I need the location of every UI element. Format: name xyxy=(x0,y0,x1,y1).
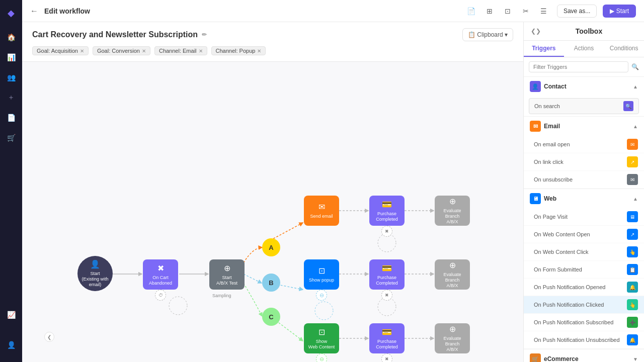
trigger-push-opened-label: On Push Notification Opened xyxy=(534,284,605,290)
sidebar-item-home[interactable]: 🏠 xyxy=(3,29,19,45)
category-ecommerce-title: 🛒 eCommerce xyxy=(530,353,579,362)
tag-close-popup[interactable]: ✕ xyxy=(257,48,261,54)
trigger-form-submitted-icon: 📋 xyxy=(627,264,638,275)
grid-icon[interactable]: ⊞ xyxy=(482,4,497,18)
workflow-canvas[interactable]: 👤 Start(Existing withemail) ✖ On CartAba… xyxy=(22,62,523,362)
sidebar-item-add[interactable]: ＋ xyxy=(3,89,19,106)
page-title-text: Cart Recovery and Newsletter Subscriptio… xyxy=(32,30,198,39)
node-abtest-icon: ⊕ xyxy=(224,263,230,273)
tab-conditions[interactable]: Conditions xyxy=(604,41,644,57)
sidebar-item-analytics[interactable]: 📈 xyxy=(3,307,19,323)
tag-label: Goal: Acquisition xyxy=(37,48,78,54)
tab-triggers[interactable]: Triggers xyxy=(524,41,564,57)
circle-b[interactable]: B xyxy=(262,274,280,292)
trigger-link-click-label: On link click xyxy=(534,159,564,165)
category-contact[interactable]: 👤 Contact ▲ xyxy=(524,77,644,96)
node-start[interactable]: 👤 Start(Existing withemail) xyxy=(77,256,113,291)
trigger-webcontent-click[interactable]: On Web Content Click 👆 xyxy=(524,243,644,261)
node-purchase1-label: PurchaseCompleted xyxy=(376,211,398,222)
back-button[interactable]: ← xyxy=(30,7,38,16)
trigger-link-click[interactable]: On link click ↗ xyxy=(524,153,644,171)
trigger-unsubscribe[interactable]: On unsubscribe ✉ xyxy=(524,171,644,189)
tag-goal-acquisition: Goal: Acquisition ✕ xyxy=(32,46,89,55)
content-area: Cart Recovery and Newsletter Subscriptio… xyxy=(22,22,644,362)
sidebar-item-documents[interactable]: 📄 xyxy=(3,110,19,126)
trigger-webcontent-open-icon: ↗ xyxy=(627,229,638,240)
node-purchase-1[interactable]: 💳 PurchaseCompleted ✖ xyxy=(369,196,405,226)
toolbox-title: Toolbox xyxy=(576,27,602,35)
on-search-button[interactable]: 🔍 xyxy=(623,101,633,111)
filter-search-icon: 🔍 xyxy=(631,63,639,70)
category-web[interactable]: 🖥 Web ▲ xyxy=(524,189,644,208)
trigger-push-opened[interactable]: On Push Notification Opened 🔔 xyxy=(524,279,644,296)
node-webcontent-label: ShowWeb Content xyxy=(308,339,335,350)
sidebar-item-profile[interactable]: 👤 xyxy=(3,337,19,353)
toolbox: ❮❯ Toolbox Triggers Actions Conditions 🔍… xyxy=(523,22,644,362)
trigger-push-clicked[interactable]: On Push Notification Clicked 👆 xyxy=(524,296,644,314)
node-show-popup[interactable]: ⊡ Show popup ⊖ xyxy=(304,259,339,290)
tag-label: Goal: Conversion xyxy=(97,48,140,54)
trigger-page-visit-icon: 🖥 xyxy=(627,211,638,222)
save-as-button[interactable]: Save as... xyxy=(557,5,597,18)
node-purchase-2[interactable]: 💳 PurchaseCompleted ✖ xyxy=(369,259,405,290)
node-p2-indicator: ✖ xyxy=(381,290,392,301)
tab-actions[interactable]: Actions xyxy=(564,41,604,57)
node-branch-1[interactable]: ⊕ Evaluate BranchA/B/X xyxy=(435,196,470,226)
web-category-label: Web xyxy=(544,195,556,202)
contact-category-icon: 👤 xyxy=(530,81,541,92)
category-email[interactable]: ✉ Email ▲ xyxy=(524,117,644,136)
trigger-page-visit-label: On Page Visit xyxy=(534,214,568,220)
node-purchase-3[interactable]: 💳 PurchaseCompleted ✖ xyxy=(369,323,405,353)
clipboard-button[interactable]: 📋 Clipboard ▾ xyxy=(462,28,513,41)
tag-close-email[interactable]: ✕ xyxy=(199,48,203,54)
node-branch-2[interactable]: ⊕ Evaluate BranchA/B/X xyxy=(435,259,470,290)
trigger-push-opened-icon: 🔔 xyxy=(627,282,638,293)
trigger-webcontent-open[interactable]: On Web Content Open ↗ xyxy=(524,226,644,243)
node-popup-indicator: ⊖ xyxy=(316,290,327,301)
circle-c[interactable]: C xyxy=(262,308,280,326)
trigger-push-unsubscribed[interactable]: On Push Notification Unsubscribed 🔔 xyxy=(524,331,644,349)
filter-triggers-input[interactable] xyxy=(529,61,628,72)
trigger-push-clicked-label: On Push Notification Clicked xyxy=(534,302,604,308)
sidebar-item-users[interactable]: 👥 xyxy=(3,69,19,85)
trigger-email-open[interactable]: On email open ✉ xyxy=(524,136,644,153)
node-cart-abandoned[interactable]: ✖ On CartAbandoned ⏱ xyxy=(143,259,178,290)
tag-close-acquisition[interactable]: ✕ xyxy=(80,48,84,54)
ecommerce-category-icon: 🛒 xyxy=(530,353,541,362)
sidebar-item-dashboard[interactable]: 📊 xyxy=(3,49,19,65)
node-show-webcontent[interactable]: ⊡ ShowWeb Content ⊖ xyxy=(304,323,339,353)
edit-title-icon[interactable]: ✏ xyxy=(202,31,207,38)
tag-close-conversion[interactable]: ✕ xyxy=(142,48,146,54)
node-start-icon: 👤 xyxy=(90,259,100,269)
trigger-email-open-label: On email open xyxy=(534,141,570,147)
category-ecommerce[interactable]: 🛒 eCommerce ▼ xyxy=(524,349,644,362)
toolbox-collapse-icon[interactable]: ❮❯ xyxy=(531,28,541,35)
top-bar: ← Edit workflow 📄 ⊞ ⊡ ✂ ☰ Save as... ▶ S… xyxy=(22,0,644,22)
cut-icon[interactable]: ✂ xyxy=(519,4,533,18)
category-email-title: ✉ Email xyxy=(530,121,560,132)
start-button[interactable]: ▶ Start xyxy=(603,5,636,18)
document-icon[interactable]: 📄 xyxy=(464,4,478,18)
workflow-title: Edit workflow xyxy=(44,7,90,15)
ecommerce-chevron: ▼ xyxy=(633,356,638,362)
web-chevron: ▲ xyxy=(633,196,638,202)
list-icon[interactable]: ☰ xyxy=(537,4,551,18)
trigger-form-submitted[interactable]: On Form Submitted 📋 xyxy=(524,261,644,279)
node-branch-3[interactable]: ⊕ Evaluate BranchA/B/X xyxy=(435,323,470,353)
tag-goal-conversion: Goal: Conversion ✕ xyxy=(93,46,150,55)
node-branch3-icon: ⊕ xyxy=(449,324,456,334)
trigger-page-visit[interactable]: On Page Visit 🖥 xyxy=(524,208,644,226)
ecommerce-category-label: eCommerce xyxy=(544,355,579,362)
node-purchase2-icon: 💳 xyxy=(382,263,392,273)
node-abtest[interactable]: ⊕ StartA/B/X Test xyxy=(209,259,245,290)
sidebar-item-cart[interactable]: 🛒 xyxy=(3,130,19,146)
copy-icon[interactable]: ⊡ xyxy=(501,4,515,18)
trigger-push-unsubscribed-label: On Push Notification Unsubscribed xyxy=(534,337,620,343)
email-category-label: Email xyxy=(544,123,560,130)
collapse-left-button[interactable]: ❮ xyxy=(44,332,54,342)
trigger-push-subscribed[interactable]: On Push Notification Subscribed ➕ xyxy=(524,314,644,331)
node-send-email[interactable]: ✉ Send email xyxy=(304,196,339,226)
on-search-item[interactable]: On search 🔍 xyxy=(529,98,639,114)
circle-a[interactable]: A xyxy=(262,238,280,256)
node-purchase3-icon: 💳 xyxy=(382,327,392,337)
